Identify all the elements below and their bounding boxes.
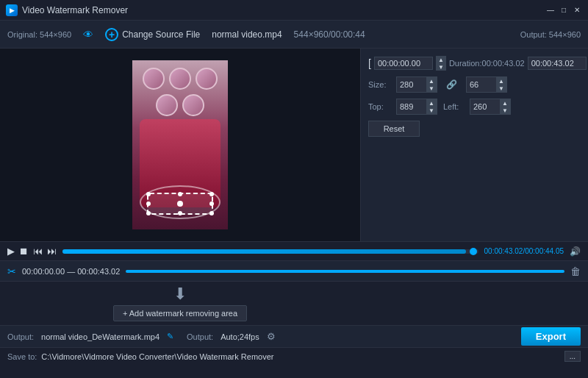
height-input-wrap: ▲ ▼	[466, 76, 507, 93]
handle-bottom-mid[interactable]	[178, 211, 182, 215]
reset-button[interactable]: Reset	[368, 121, 420, 137]
height-input[interactable]	[467, 79, 496, 90]
left-label: Left:	[443, 102, 464, 111]
close-button[interactable]: ✕	[572, 5, 582, 15]
left-down[interactable]: ▼	[500, 107, 510, 114]
height-down[interactable]: ▼	[496, 85, 506, 92]
top-toolbar: Original: 544×960 👁 + Change Source File…	[0, 21, 588, 49]
width-input[interactable]	[397, 79, 426, 90]
start-time-input[interactable]	[374, 57, 433, 70]
start-time-down[interactable]: ▼	[436, 63, 446, 71]
trash-icon[interactable]: 🗑	[570, 265, 581, 277]
top-down[interactable]: ▼	[426, 107, 437, 114]
progress-fill	[62, 249, 466, 254]
export-button[interactable]: Export	[521, 327, 581, 346]
link-icon[interactable]: 🔗	[443, 79, 460, 90]
add-watermark-area-button[interactable]: + Add watermark removing area	[113, 305, 247, 321]
output-format-label: Output:	[187, 332, 213, 341]
play-button[interactable]: ▶	[7, 246, 15, 257]
main-content: [ ▲ ▼ Duration:00:00:43.02 ▲ ▼ ] Size: ▲…	[0, 49, 588, 241]
photo-circle-2	[169, 68, 191, 90]
photo-circle-4	[156, 94, 178, 116]
minimize-button[interactable]: —	[545, 5, 556, 15]
clip-row: ✂ 00:00:00.00 — 00:00:43.02 🗑	[0, 260, 588, 281]
watermark-selection-box[interactable]	[147, 193, 213, 215]
app-title: Video Watermark Remover	[22, 5, 128, 15]
reset-row: Reset	[368, 121, 581, 137]
top-up[interactable]: ▲	[426, 99, 437, 107]
bottom-bar: Output: normal video_DeWatermark.mp4 ✎ O…	[0, 325, 588, 347]
output-file-label: Output:	[7, 332, 34, 341]
handle-top-mid[interactable]	[178, 192, 182, 196]
photo-circles	[140, 68, 220, 116]
left-input-wrap: ▲ ▼	[470, 99, 511, 115]
left-spin: ▲ ▼	[500, 99, 510, 114]
left-action-area: ⬇ + Add watermark removing area	[7, 286, 353, 321]
top-input-wrap: ▲ ▼	[396, 99, 437, 115]
format-value: Auto;24fps	[220, 332, 259, 341]
time-display: 00:00:43.02/00:00:44.05	[484, 247, 564, 255]
save-to-label: Save to:	[7, 352, 37, 361]
prev-button[interactable]: ⏮	[33, 246, 43, 257]
left-up[interactable]: ▲	[500, 99, 510, 107]
start-time-spin: ▲ ▼	[436, 56, 446, 71]
handle-top-right[interactable]	[209, 192, 214, 196]
height-up[interactable]: ▲	[496, 77, 506, 85]
maximize-button[interactable]: □	[559, 5, 569, 15]
window-controls: — □ ✕	[545, 5, 582, 15]
video-frame	[132, 60, 228, 229]
original-size-label: Original: 544×960	[7, 30, 71, 39]
timeline-area: ▶ ⏹ ⏮ ⏭ 00:00:43.02/00:00:44.05 🔊	[0, 241, 588, 260]
stop-button[interactable]: ⏹	[19, 246, 29, 257]
save-bar: Save to: C:\Vidmore\Vidmore Video Conver…	[0, 347, 588, 365]
handle-mid-left[interactable]	[146, 202, 151, 206]
add-circle-icon: +	[105, 28, 118, 41]
play-controls: ▶ ⏹ ⏮ ⏭	[7, 246, 57, 257]
next-button[interactable]: ⏭	[47, 246, 57, 257]
file-name-label: normal video.mp4	[212, 29, 282, 40]
height-spin: ▲ ▼	[496, 77, 506, 92]
handle-bottom-left[interactable]	[146, 211, 151, 215]
output-file-name: normal video_DeWatermark.mp4	[41, 332, 159, 341]
arrow-down-icon: ⬇	[173, 286, 187, 302]
clip-time-range: 00:00:00.00 — 00:00:43.02	[22, 267, 120, 276]
progress-bar[interactable]	[62, 249, 478, 254]
width-up[interactable]: ▲	[426, 77, 437, 85]
save-path-label: C:\Vidmore\Vidmore Video Converter\Video…	[41, 352, 559, 361]
output-size-label: Output: 544×960	[520, 30, 581, 39]
left-input[interactable]	[470, 101, 500, 113]
gear-icon[interactable]: ⚙	[267, 331, 276, 342]
width-spin: ▲ ▼	[426, 77, 437, 92]
photo-circle-1	[143, 68, 165, 90]
watermark-actions: ⬇ + Add watermark removing area	[0, 281, 588, 325]
eye-icon[interactable]: 👁	[83, 29, 93, 40]
width-down[interactable]: ▼	[426, 85, 437, 92]
progress-thumb[interactable]	[470, 248, 477, 255]
clip-icon: ✂	[7, 265, 16, 277]
photo-circle-5	[182, 94, 204, 116]
app-icon: ▶	[6, 4, 18, 16]
change-source-button[interactable]: + Change Source File	[105, 28, 200, 41]
browse-button[interactable]: ...	[564, 351, 581, 362]
photo-circle-3	[196, 68, 218, 90]
right-panel: [ ▲ ▼ Duration:00:00:43.02 ▲ ▼ ] Size: ▲…	[360, 49, 588, 241]
edit-icon[interactable]: ✎	[167, 332, 173, 341]
file-info-label: 544×960/00:00:44	[294, 29, 365, 40]
time-row: [ ▲ ▼ Duration:00:00:43.02 ▲ ▼ ]	[368, 56, 581, 71]
position-row: Top: ▲ ▼ Left: ▲ ▼	[368, 99, 581, 115]
clip-bar	[126, 270, 564, 273]
title-bar-left: ▶ Video Watermark Remover	[6, 4, 128, 16]
handle-mid-right[interactable]	[209, 202, 214, 206]
end-time-input[interactable]	[528, 57, 587, 70]
size-label: Size:	[368, 80, 390, 89]
handle-bottom-right[interactable]	[209, 211, 214, 215]
bracket-left: [	[368, 57, 371, 69]
handle-center[interactable]	[177, 201, 183, 207]
top-spin: ▲ ▼	[426, 99, 437, 114]
volume-icon[interactable]: 🔊	[570, 246, 581, 257]
start-time-up[interactable]: ▲	[436, 56, 446, 63]
top-input[interactable]	[397, 101, 426, 113]
duration-label: Duration:00:00:43.02	[449, 59, 525, 68]
width-input-wrap: ▲ ▼	[396, 76, 437, 93]
handle-top-left[interactable]	[146, 192, 151, 196]
